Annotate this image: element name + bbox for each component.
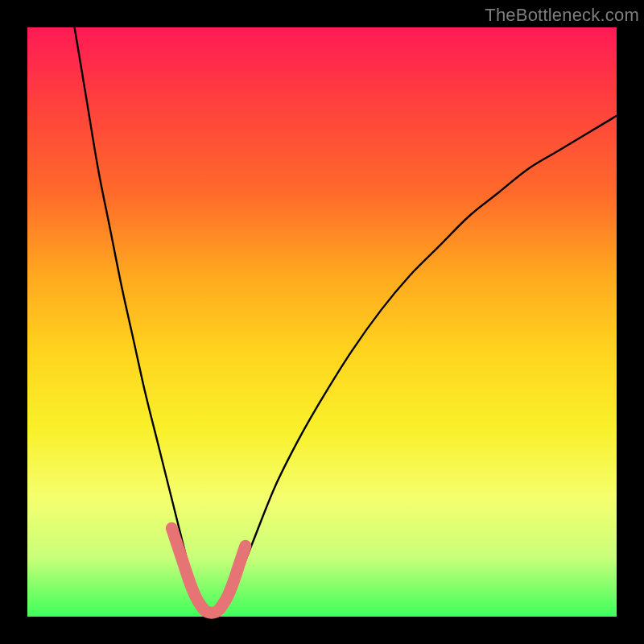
main-curve (75, 27, 617, 617)
watermark-text: TheBottleneck.com (485, 5, 639, 26)
curve-layer (27, 27, 617, 617)
chart-frame: TheBottleneck.com (0, 0, 644, 644)
